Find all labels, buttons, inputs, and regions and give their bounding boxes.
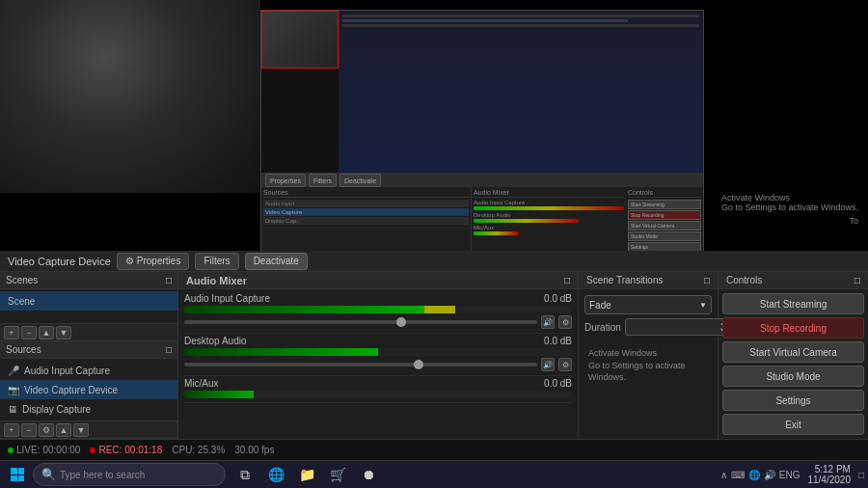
channel-3-empty	[254, 391, 572, 398]
scenes-down-btn[interactable]: ▼	[56, 326, 71, 339]
gear-icon: ⚙	[125, 256, 134, 266]
scenes-add-btn[interactable]: +	[4, 326, 19, 339]
nested-source-2[interactable]: Video Capture	[263, 208, 469, 216]
nested-stop-record-btn[interactable]: Stop Recording	[628, 210, 701, 220]
start-streaming-btn[interactable]: Start Streaming	[722, 293, 864, 314]
windows-logo	[11, 468, 24, 481]
nested-mixer-bar-1	[474, 206, 624, 210]
nested-settings-btn[interactable]: Settings	[628, 242, 701, 251]
activate-msg-line2: Go to Settings to activate Windows.	[588, 360, 708, 384]
sources-down-btn[interactable]: ▼	[73, 423, 89, 437]
sources-remove-btn[interactable]: −	[21, 423, 37, 437]
channel-1-db: 0.0 dB	[544, 293, 572, 304]
channel-2-name: Desktop Audio	[184, 336, 247, 346]
channel-3-name: Mic/Aux	[184, 378, 219, 389]
scenes-remove-btn[interactable]: −	[21, 326, 37, 339]
nested-start-stream-btn[interactable]: Start Streaming	[628, 200, 701, 209]
notification-icon[interactable]: □	[858, 470, 864, 480]
settings-btn[interactable]: Settings	[722, 390, 864, 411]
nested-studio-btn[interactable]: Studio Mode	[628, 231, 701, 241]
taskbar-explorer-icon[interactable]: 📁	[293, 461, 320, 488]
properties-button[interactable]: ⚙ Properties	[117, 253, 190, 270]
transitions-expand-icon[interactable]: □	[704, 275, 710, 285]
scene-item-1[interactable]: Scene	[0, 291, 177, 311]
display-source-icon: 🖥	[8, 404, 17, 415]
taskbar-task-view-icon[interactable]: ⧉	[231, 461, 258, 488]
source-audio-label: Audio Input Capture	[24, 366, 110, 376]
sources-add-btn[interactable]: +	[4, 423, 19, 437]
channel-1-mute-btn[interactable]: 🔊	[541, 315, 555, 329]
channel-1-header: Audio Input Capture 0.0 dB	[184, 293, 572, 304]
device-label: Video Capture Device	[8, 256, 111, 267]
channel-2-controls: 🔊 ⚙	[184, 358, 572, 371]
channel-2-volume-slider[interactable]	[184, 363, 537, 366]
scenes-expand-icon[interactable]: □	[166, 275, 172, 285]
nested-properties-btn[interactable]: Properties	[265, 174, 306, 187]
start-virtual-camera-btn[interactable]: Start Virtual Camera	[722, 341, 864, 363]
bottom-panel: Video Capture Device ⚙ Properties Filter…	[0, 251, 868, 460]
channel-2-vol-thumb[interactable]	[414, 360, 423, 369]
channel-1-name: Audio Input Capture	[184, 293, 270, 304]
activate-msg-line1: Activate Windows	[588, 347, 708, 360]
channel-1-green	[184, 306, 424, 313]
windows-start-button[interactable]	[4, 461, 31, 488]
transition-type-label: Fade	[589, 300, 611, 311]
channel-1-settings-btn[interactable]: ⚙	[558, 315, 572, 329]
windows-logo-sq-1	[11, 468, 17, 474]
channel-1-volume-slider[interactable]	[184, 320, 537, 324]
nested-ctrl-header: Controls	[628, 189, 701, 198]
channel-3-bar	[184, 391, 572, 398]
channel-3-header: Mic/Aux 0.0 dB	[184, 378, 572, 389]
obs-container: Properties Filters Deactivate Sources Au…	[0, 0, 868, 488]
sources-up-btn[interactable]: ▲	[56, 423, 71, 437]
preview-area: Properties Filters Deactivate Sources Au…	[0, 0, 868, 251]
nested-deactivate-btn[interactable]: Deactivate	[339, 174, 381, 187]
studio-mode-btn[interactable]: Studio Mode	[722, 366, 864, 387]
time-display: 5:12 PM 11/4/2020	[807, 464, 851, 485]
nested-source-1[interactable]: Audio Input	[263, 200, 469, 207]
channel-2-mute-btn[interactable]: 🔊	[541, 358, 555, 371]
taskbar-store-icon[interactable]: 🛒	[324, 461, 351, 488]
to-text: To	[849, 216, 858, 226]
scenes-footer: + − ▲ ▼	[0, 323, 177, 340]
nested-virtual-cam-btn[interactable]: Start Virtual Camera	[628, 221, 701, 230]
source-item-display[interactable]: 🖥 Display Capture	[0, 399, 177, 419]
sources-footer: + − ⚙ ▲ ▼	[0, 420, 177, 438]
stop-recording-btn[interactable]: Stop Recording	[722, 317, 864, 339]
nested-audio-panel: Audio Mixer Audio Input Capture Desktop …	[472, 187, 626, 251]
taskbar-edge-icon[interactable]: 🌐	[262, 461, 289, 488]
transition-type-select[interactable]: Fade ▼	[584, 295, 712, 314]
activate-windows-msg: Activate Windows Go to Settings to activ…	[584, 343, 712, 388]
channel-2-header: Desktop Audio 0.0 dB	[184, 336, 572, 346]
scenes-up-btn[interactable]: ▲	[39, 326, 54, 339]
channel-2-settings-btn[interactable]: ⚙	[558, 358, 572, 371]
top-bar: Video Capture Device ⚙ Properties Filter…	[0, 251, 868, 272]
sources-settings-btn[interactable]: ⚙	[39, 423, 54, 437]
transitions-header: Scene Transitions □	[579, 272, 718, 289]
taskbar-search-bar[interactable]: 🔍 Type here to search	[33, 463, 226, 486]
source-item-video[interactable]: 📷 Video Capture Device	[0, 380, 177, 399]
controls-title: Controls	[726, 275, 762, 285]
sources-expand-icon[interactable]: □	[166, 344, 172, 355]
exit-btn[interactable]: Exit	[722, 414, 864, 435]
tray-chevron-icon[interactable]: ∧	[720, 470, 727, 480]
nested-webcam	[261, 11, 339, 68]
taskbar-obs-icon[interactable]: ⏺	[355, 461, 382, 488]
duration-label: Duration	[584, 322, 621, 333]
nested-ctrl-panel: Controls Start Streaming Stop Recording …	[626, 187, 703, 251]
controls-expand-icon[interactable]: □	[854, 275, 860, 285]
nested-preview	[261, 11, 703, 174]
nested-source-3[interactable]: Display Cap..	[263, 217, 469, 225]
rec-label: REC:	[98, 445, 122, 455]
nested-filters-btn[interactable]: Filters	[309, 174, 337, 187]
scene-item-label: Scene	[8, 296, 35, 307]
source-item-audio[interactable]: 🎤 Audio Input Capture	[0, 361, 177, 380]
mixer-expand-icon[interactable]: □	[564, 275, 570, 285]
main-content: Scenes □ Scene + − ▲ ▼	[0, 272, 868, 439]
deactivate-button[interactable]: Deactivate	[245, 253, 308, 270]
transitions-title: Scene Transitions	[586, 275, 664, 285]
nested-audio-header: Audio Mixer	[474, 189, 624, 198]
filters-button[interactable]: Filters	[195, 253, 238, 270]
sources-panel: Sources □ 🎤 Audio Input Capture 📷 Video …	[0, 341, 177, 439]
channel-1-vol-thumb[interactable]	[396, 317, 406, 327]
